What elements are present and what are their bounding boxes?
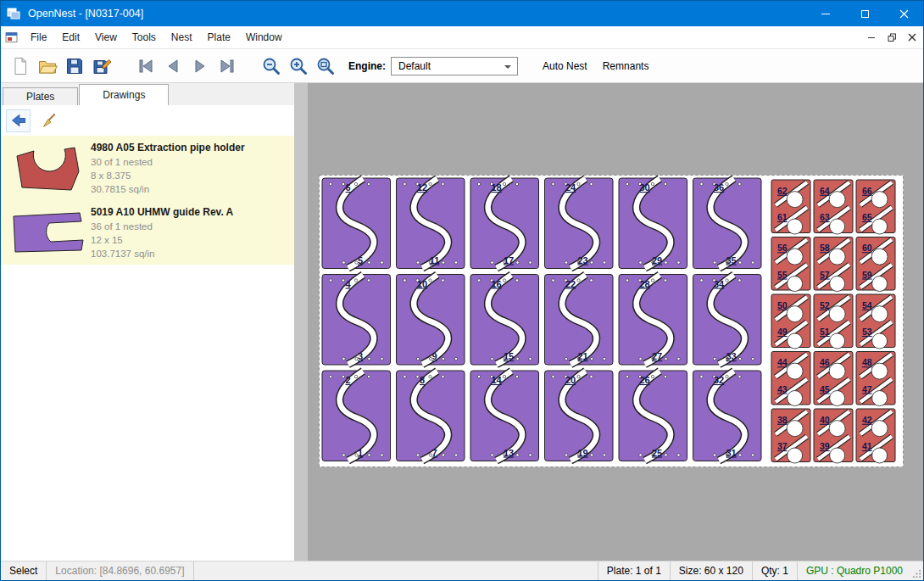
tab-drawings[interactable]: Drawings xyxy=(79,84,169,105)
drawing-thumbnail-red xyxy=(4,142,91,194)
svg-text:27: 27 xyxy=(652,351,662,361)
drawing-item-1[interactable]: 4980 A05 Extraction pipe holder 30 of 1 … xyxy=(1,136,294,200)
svg-text:33: 33 xyxy=(726,351,736,361)
mdi-restore-button[interactable] xyxy=(882,29,901,46)
svg-text:3: 3 xyxy=(358,351,363,361)
zoom-out-button[interactable] xyxy=(259,53,284,79)
menu-view[interactable]: View xyxy=(87,26,125,48)
svg-text:60: 60 xyxy=(862,243,872,253)
resize-grip[interactable] xyxy=(911,561,923,580)
menu-window[interactable]: Window xyxy=(238,26,290,48)
svg-text:53: 53 xyxy=(862,327,872,337)
mdi-close-button[interactable] xyxy=(903,29,921,46)
send-back-button[interactable] xyxy=(6,109,31,132)
svg-text:50: 50 xyxy=(777,300,788,310)
svg-text:20: 20 xyxy=(565,375,576,385)
svg-text:30: 30 xyxy=(639,182,649,193)
zoom-fit-icon xyxy=(315,56,336,76)
svg-text:46: 46 xyxy=(820,357,830,367)
menu-plate[interactable]: Plate xyxy=(200,26,238,48)
panel-splitter[interactable] xyxy=(294,83,308,561)
svg-text:11: 11 xyxy=(430,255,440,265)
save-button[interactable] xyxy=(62,53,87,79)
maximize-button[interactable] xyxy=(845,1,884,26)
blue-arrow-icon xyxy=(10,112,27,129)
drawing-title: 4980 A05 Extraction pipe holder xyxy=(91,142,245,154)
status-size: Size: 60 x 120 xyxy=(670,561,752,580)
app-window: OpenNest - [N0317-004] File Edit View To… xyxy=(0,0,924,581)
window-title: OpenNest - [N0317-004] xyxy=(26,8,143,20)
svg-text:65: 65 xyxy=(862,212,872,222)
mdi-minimize-button[interactable] xyxy=(862,29,881,46)
grip-icon xyxy=(912,569,921,578)
broom-icon xyxy=(41,112,58,129)
close-icon xyxy=(899,9,909,19)
first-plate-button[interactable] xyxy=(133,53,159,79)
menubar: File Edit View Tools Nest Plate Window xyxy=(1,26,923,48)
open-folder-icon xyxy=(37,56,58,76)
drawing-nested: 36 of 1 nested xyxy=(91,221,233,232)
status-plate: Plate: 1 of 1 xyxy=(598,561,670,580)
svg-text:10: 10 xyxy=(417,279,427,289)
svg-text:24: 24 xyxy=(565,182,576,193)
svg-text:12: 12 xyxy=(417,182,427,193)
drawings-toolbar xyxy=(1,105,294,136)
nest-plate[interactable]: 6512111817242330293635431091615222128273… xyxy=(319,175,904,467)
open-button[interactable] xyxy=(35,53,60,79)
drawing-item-2[interactable]: 5019 A10 UHMW guide Rev. A 36 of 1 neste… xyxy=(1,200,294,265)
menu-file[interactable]: File xyxy=(23,26,54,48)
last-plate-button[interactable] xyxy=(214,53,240,79)
status-gpu: GPU : Quadro P1000 xyxy=(797,561,911,580)
svg-text:47: 47 xyxy=(862,384,872,394)
drawing-area: 30.7815 sq/in xyxy=(91,184,245,194)
svg-text:59: 59 xyxy=(862,270,872,280)
menu-edit[interactable]: Edit xyxy=(54,26,87,48)
svg-text:52: 52 xyxy=(820,300,830,310)
tab-plates[interactable]: Plates xyxy=(3,87,78,105)
svg-text:41: 41 xyxy=(862,441,872,451)
svg-text:51: 51 xyxy=(820,327,830,337)
close-button[interactable] xyxy=(884,1,923,26)
menu-nest[interactable]: Nest xyxy=(164,26,200,48)
next-arrow-icon xyxy=(190,56,210,76)
prev-plate-button[interactable] xyxy=(160,53,186,79)
menu-tools[interactable]: Tools xyxy=(125,26,164,48)
next-plate-button[interactable] xyxy=(187,53,213,79)
last-arrow-icon xyxy=(217,56,237,76)
svg-text:62: 62 xyxy=(777,186,788,196)
svg-text:28: 28 xyxy=(639,279,649,289)
auto-nest-button[interactable]: Auto Nest xyxy=(535,60,595,72)
svg-text:66: 66 xyxy=(862,186,872,196)
remnants-button[interactable]: Remnants xyxy=(595,60,657,72)
zoom-out-icon xyxy=(261,56,281,76)
svg-text:7: 7 xyxy=(432,448,437,458)
svg-text:9: 9 xyxy=(432,351,437,361)
mdi-close-icon xyxy=(908,33,916,42)
drawing-area: 103.7137 sq/in xyxy=(91,249,233,259)
svg-text:4: 4 xyxy=(346,279,352,289)
engine-label: Engine: xyxy=(348,60,386,72)
svg-text:23: 23 xyxy=(577,255,587,265)
toolbar: Engine: Default Auto Nest Remnants xyxy=(1,48,923,83)
drawing-title: 5019 A10 UHMW guide Rev. A xyxy=(91,206,233,218)
new-button[interactable] xyxy=(8,53,33,79)
svg-text:36: 36 xyxy=(714,182,724,193)
zoom-in-button[interactable] xyxy=(286,53,311,79)
statusbar: Select Location: [84.8696, 60.6957] Plat… xyxy=(1,561,923,580)
status-mode: Select xyxy=(1,561,47,580)
drawing-list: 4980 A05 Extraction pipe holder 30 of 1 … xyxy=(1,136,294,561)
engine-select[interactable]: Default xyxy=(391,57,518,75)
svg-text:35: 35 xyxy=(726,255,736,265)
nest-canvas[interactable]: 6512111817242330293635431091615222128273… xyxy=(308,83,923,561)
svg-text:16: 16 xyxy=(491,279,501,289)
clean-button[interactable] xyxy=(36,109,61,132)
zoom-fit-button[interactable] xyxy=(313,53,338,79)
svg-text:21: 21 xyxy=(577,351,587,361)
save-as-button[interactable] xyxy=(89,53,114,79)
svg-text:44: 44 xyxy=(777,357,788,367)
status-qty: Qty: 1 xyxy=(752,561,797,580)
svg-text:18: 18 xyxy=(491,182,501,193)
svg-text:42: 42 xyxy=(862,415,872,425)
svg-text:32: 32 xyxy=(714,375,724,385)
minimize-button[interactable] xyxy=(806,1,845,26)
